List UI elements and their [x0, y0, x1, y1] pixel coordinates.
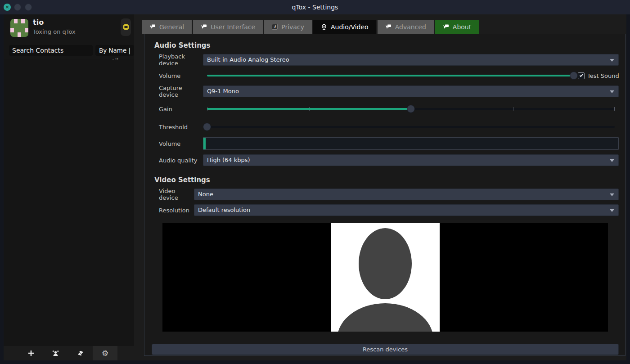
- capture-device-label: Capture device: [159, 85, 203, 98]
- gear-icon: ⚙: [102, 350, 108, 357]
- window-title: qTox - Settings: [0, 0, 630, 14]
- tab-advanced[interactable]: Advanced: [378, 20, 434, 34]
- bubble-icon: [385, 24, 392, 29]
- chevron-down-icon: [610, 193, 614, 196]
- video-settings-heading: Video Settings: [154, 176, 625, 184]
- test-sound-label: Test Sound: [587, 72, 619, 79]
- bubble-icon: [149, 24, 156, 29]
- threshold-label: Threshold: [159, 124, 203, 130]
- resolution-label: Resolution: [159, 207, 194, 214]
- transfer-icon: [77, 350, 84, 357]
- qtox-settings-window: × qTox - Settings tio Toxing on qTox By …: [0, 0, 630, 364]
- chevron-down-icon: [610, 59, 614, 62]
- audio-video-panel: Audio Settings Playback device Built-in …: [144, 34, 626, 356]
- add-contact-button[interactable]: [18, 346, 43, 360]
- avatar[interactable]: [10, 19, 28, 37]
- volume-meter: [203, 137, 619, 150]
- audio-quality-select[interactable]: High (64 kbps): [203, 154, 619, 166]
- settings-button[interactable]: ⚙: [93, 346, 117, 360]
- webcam-icon: [321, 24, 327, 30]
- gain-slider[interactable]: [207, 103, 615, 115]
- check-icon: [579, 73, 583, 76]
- tab-audio-video[interactable]: Audio/Video: [313, 20, 376, 34]
- slider-handle[interactable]: [203, 123, 211, 131]
- contact-filter[interactable]: By Name | All: [95, 45, 134, 56]
- slider-handle[interactable]: [407, 105, 415, 113]
- test-sound-checkbox[interactable]: [578, 72, 585, 79]
- file-transfers-button[interactable]: [68, 346, 93, 360]
- group-icon: [52, 350, 59, 357]
- playback-device-label: Playback device: [159, 53, 203, 67]
- audio-quality-label: Audio quality: [159, 157, 203, 164]
- rescan-devices-button[interactable]: Rescan devices: [152, 344, 619, 355]
- bubble-icon: [443, 24, 449, 29]
- status-message[interactable]: Toxing on qTox: [33, 28, 76, 35]
- info-icon: i: [272, 24, 278, 30]
- tab-user-interface[interactable]: User Interface: [193, 20, 263, 34]
- contact-list: [4, 59, 134, 346]
- plus-icon: [27, 350, 35, 357]
- chevron-down-icon: [610, 90, 614, 93]
- volume-label: Volume: [159, 72, 203, 79]
- away-status-icon: [123, 24, 129, 30]
- camera-placeholder: [331, 223, 440, 332]
- person-silhouette-icon: [331, 223, 440, 332]
- tab-general[interactable]: General: [142, 20, 192, 34]
- group-chat-button[interactable]: [43, 346, 68, 360]
- slider-handle[interactable]: [570, 72, 578, 80]
- resolution-select[interactable]: Default resolution: [194, 204, 619, 216]
- chevron-down-icon: [610, 209, 614, 212]
- username[interactable]: tio: [33, 18, 44, 27]
- tab-about[interactable]: About: [435, 20, 479, 34]
- volume-meter-label: Volume: [159, 140, 203, 147]
- search-input[interactable]: [9, 45, 93, 56]
- capture-device-select[interactable]: Q9-1 Mono: [203, 85, 619, 97]
- titlebar: × qTox - Settings: [0, 0, 630, 14]
- chevron-down-icon: [610, 159, 614, 162]
- threshold-slider[interactable]: [207, 121, 615, 133]
- video-device-select[interactable]: None: [194, 189, 619, 200]
- status-button[interactable]: [121, 18, 131, 36]
- sidebar: tio Toxing on qTox By Name | All: [4, 14, 134, 360]
- bubble-icon: [201, 24, 207, 29]
- camera-preview: [162, 223, 608, 332]
- volume-slider[interactable]: [207, 70, 574, 81]
- sidebar-toolbar: ⚙: [4, 346, 134, 360]
- video-device-label: Video device: [159, 188, 194, 201]
- audio-settings-heading: Audio Settings: [154, 41, 625, 49]
- gain-label: Gain: [159, 106, 203, 112]
- settings-main: General User Interface i Privacy: [134, 14, 626, 360]
- tab-privacy[interactable]: i Privacy: [264, 20, 312, 34]
- playback-device-select[interactable]: Built-in Audio Analog Stereo: [203, 54, 619, 66]
- settings-tabbar: General User Interface i Privacy: [142, 20, 479, 34]
